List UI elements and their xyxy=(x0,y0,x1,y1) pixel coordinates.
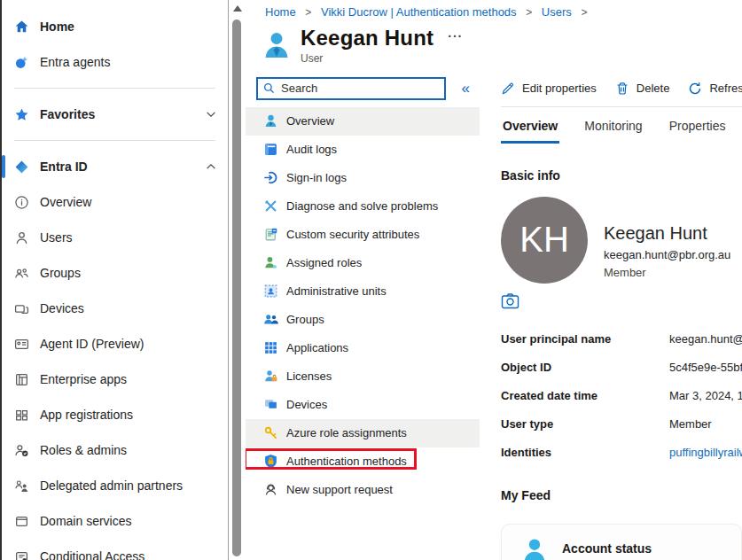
basic-info-heading: Basic info xyxy=(501,168,742,183)
menu-item-licenses[interactable]: Licenses xyxy=(246,362,480,391)
sidebar-item-app-registrations[interactable]: App registrations xyxy=(2,397,228,432)
menu-item-applications[interactable]: Applications xyxy=(246,334,480,362)
domain-services-icon xyxy=(14,514,29,529)
conditional-access-icon xyxy=(14,549,29,560)
left-sidebar-list: Home Entra agents Favorites E xyxy=(2,9,228,560)
menu-item-azure-role-assignments[interactable]: Azure role assignments xyxy=(246,419,480,447)
breadcrumb-item-home: Home > xyxy=(265,5,321,19)
page-subtitle: User xyxy=(301,52,433,65)
app-registrations-icon xyxy=(14,408,29,423)
property-label: User principal name xyxy=(501,332,669,346)
command-button-delete[interactable]: Delete xyxy=(615,82,670,96)
property-label: User type xyxy=(501,417,669,431)
change-photo-button[interactable] xyxy=(501,292,519,309)
menu-item-devices[interactable]: Devices xyxy=(246,391,480,419)
property-list: User principal name keegan.hunt@p Object… xyxy=(501,325,742,467)
chevron-up-icon[interactable] xyxy=(205,160,217,173)
user-avatar-icon xyxy=(262,29,292,59)
sidebar-item-domain-services[interactable]: Domain services xyxy=(2,503,228,539)
licenses-icon xyxy=(263,369,278,384)
sidebar-divider xyxy=(14,140,215,141)
menu-item-assigned-roles[interactable]: Assigned roles xyxy=(246,249,480,277)
sidebar-item-entra-id[interactable]: Entra ID xyxy=(2,149,228,184)
menu-item-sign-in-logs[interactable]: Sign-in logs xyxy=(246,164,480,192)
command-button-edit-properties[interactable]: Edit properties xyxy=(501,82,597,96)
property-label: Object ID xyxy=(501,361,669,374)
sidebar-item-overview[interactable]: Overview xyxy=(2,184,228,220)
left-sidebar: Home Entra agents Favorites E xyxy=(2,0,229,560)
breadcrumb-link[interactable]: Vikki Ducrow | Authentication methods xyxy=(321,5,517,19)
feed-card-account-status[interactable]: Account status xyxy=(501,524,742,560)
audit-logs-icon xyxy=(263,142,278,157)
delegated-admin-icon xyxy=(14,478,29,494)
roles-admins-icon xyxy=(14,443,29,458)
menu-item-authentication-methods[interactable]: Authentication methods xyxy=(246,447,480,476)
chevron-down-icon[interactable] xyxy=(205,108,217,121)
breadcrumb-item-users: Users > xyxy=(542,5,594,19)
assigned-roles-icon xyxy=(263,255,278,270)
authentication-methods-icon xyxy=(263,454,278,469)
property-value: Member xyxy=(669,417,712,431)
content-area: Home > Vikki Ducrow | Authentication met… xyxy=(246,0,742,560)
sidebar-item-roles-admins[interactable]: Roles & admins xyxy=(2,432,228,468)
more-options-button[interactable]: ··· xyxy=(448,29,463,43)
user-email: keegan.hunt@pbr.org.au xyxy=(604,248,730,261)
custom-security-attributes-icon xyxy=(263,227,278,242)
property-value[interactable]: puffingbillyrailw xyxy=(669,446,742,459)
menu-item-administrative-units[interactable]: Administrative units xyxy=(246,277,480,306)
property-row-identities: Identities puffingbillyrailw xyxy=(501,439,742,467)
menu-item-new-support-request[interactable]: New support request xyxy=(246,476,480,504)
property-row-user-principal-name: User principal name keegan.hunt@p xyxy=(501,325,742,354)
tab-monitoring[interactable]: Monitoring xyxy=(582,119,644,144)
menu-item-overview[interactable]: Overview xyxy=(246,107,480,136)
account-status-icon xyxy=(521,536,548,560)
command-bar-divider xyxy=(501,106,742,107)
user-menu-list: Overview Audit logs Sign-in logs xyxy=(246,107,480,560)
sidebar-item-home[interactable]: Home xyxy=(2,9,228,44)
command-button-refresh[interactable]: Refresh xyxy=(688,82,742,96)
property-value: Mar 3, 2024, 11 xyxy=(669,389,742,402)
search-input[interactable] xyxy=(281,82,440,95)
scrollbar-thumb[interactable] xyxy=(232,19,241,556)
tab-bar: Overview Monitoring Properties xyxy=(501,119,742,144)
entra-agents-icon xyxy=(14,55,29,70)
home-icon xyxy=(14,19,29,35)
page-header: Keegan Hunt User ··· xyxy=(246,19,742,65)
breadcrumb: Home > Vikki Ducrow | Authentication met… xyxy=(246,0,742,19)
main-pane: Edit properties Delete Refresh xyxy=(480,77,742,560)
sidebar-item-entra-agents[interactable]: Entra agents xyxy=(2,44,228,80)
my-feed-heading: My Feed xyxy=(501,488,742,502)
sidebar-item-devices[interactable]: Devices xyxy=(2,291,228,326)
menu-item-custom-security-attributes[interactable]: Custom security attributes xyxy=(246,221,480,249)
id-badge-icon xyxy=(14,337,29,352)
breadcrumb-link[interactable]: Home xyxy=(265,5,296,19)
sidebar-item-users[interactable]: Users xyxy=(2,220,228,255)
enterprise-apps-icon xyxy=(14,372,29,387)
user-devices-icon xyxy=(263,397,278,412)
tab-properties[interactable]: Properties xyxy=(668,119,728,144)
applications-icon xyxy=(263,340,278,355)
sidebar-scrollbar[interactable] xyxy=(229,0,246,560)
tab-overview[interactable]: Overview xyxy=(501,119,559,144)
sidebar-item-favorites[interactable]: Favorites xyxy=(2,97,228,132)
user-membership: Member xyxy=(604,266,730,279)
collapse-menu-button[interactable]: « xyxy=(462,81,473,96)
sidebar-item-delegated-admin-partners[interactable]: Delegated admin partners xyxy=(2,468,228,503)
breadcrumb-link[interactable]: Users xyxy=(542,5,572,19)
people-icon xyxy=(14,266,29,281)
devices-icon xyxy=(14,301,29,316)
menu-item-audit-logs[interactable]: Audit logs xyxy=(246,136,480,164)
sidebar-item-groups[interactable]: Groups xyxy=(2,255,228,291)
menu-item-groups[interactable]: Groups xyxy=(246,306,480,334)
sidebar-item-enterprise-apps[interactable]: Enterprise apps xyxy=(2,362,228,397)
menu-item-diagnose-and-solve-problems[interactable]: Diagnose and solve problems xyxy=(246,192,480,221)
breadcrumb-separator: > xyxy=(526,6,532,19)
property-value: keegan.hunt@p xyxy=(669,332,742,346)
user-overview-icon xyxy=(263,113,278,128)
star-icon xyxy=(14,107,29,122)
breadcrumb-separator: > xyxy=(305,6,311,19)
sidebar-item-agent-id-preview[interactable]: Agent ID (Preview) xyxy=(2,326,228,362)
person-icon xyxy=(14,230,29,245)
sidebar-item-conditional-access[interactable]: Conditional Access xyxy=(2,539,228,560)
scroll-up-arrow[interactable] xyxy=(233,5,242,12)
